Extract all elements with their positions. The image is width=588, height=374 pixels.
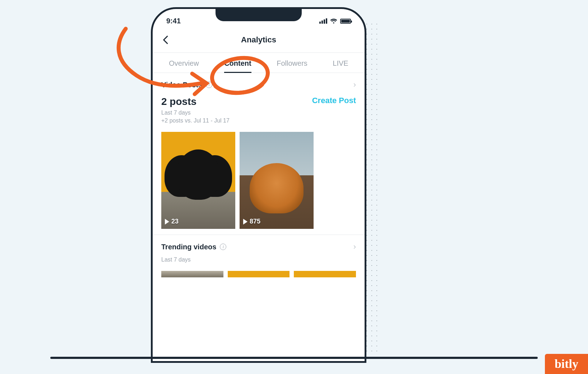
video-thumbnail[interactable]: 23 <box>161 132 235 229</box>
play-icon <box>165 219 169 225</box>
section-title: Video Posts <box>161 81 202 89</box>
range-label: Last 7 days <box>161 110 230 116</box>
trending-section: Trending videos i › Last 7 days <box>153 235 365 266</box>
wifi-icon <box>330 18 337 24</box>
play-count-value: 875 <box>250 218 260 225</box>
play-count: 875 <box>243 218 260 225</box>
range-label: Last 7 days <box>161 257 356 263</box>
cellular-icon <box>319 18 327 24</box>
video-posts-section: Video Posts i › 2 posts Last 7 days +2 p… <box>153 73 365 235</box>
posts-count: 2 posts <box>161 96 230 107</box>
info-icon[interactable]: i <box>220 244 226 250</box>
play-count: 23 <box>165 218 179 225</box>
play-icon <box>243 219 247 225</box>
back-button[interactable] <box>161 34 171 45</box>
status-icons <box>319 18 351 24</box>
section-title: Trending videos <box>161 243 216 251</box>
create-post-button[interactable]: Create Post <box>312 96 356 105</box>
video-thumbnails: 23 875 <box>161 132 356 229</box>
video-thumbnail[interactable] <box>161 271 223 277</box>
tab-live[interactable]: LIVE <box>330 53 351 73</box>
status-time: 9:41 <box>166 17 181 25</box>
section-header-trending[interactable]: Trending videos i › <box>161 242 356 251</box>
video-thumbnail[interactable] <box>228 271 290 277</box>
trending-thumbnails-peek <box>153 271 365 277</box>
tab-overview[interactable]: Overview <box>166 53 202 73</box>
delta-label: +2 posts vs. Jul 11 - Jul 17 <box>161 117 230 124</box>
phone-notch <box>216 9 302 21</box>
info-icon[interactable]: i <box>206 82 212 88</box>
chevron-right-icon: › <box>353 80 356 89</box>
video-thumbnail[interactable] <box>294 271 356 277</box>
battery-icon <box>340 19 351 24</box>
play-count-value: 23 <box>171 218 179 225</box>
section-header-video-posts[interactable]: Video Posts i › <box>161 80 356 89</box>
bitly-logo: bitly <box>545 354 588 374</box>
nav-bar: Analytics <box>153 29 365 53</box>
chevron-left-icon <box>161 34 171 45</box>
page-title: Analytics <box>241 35 276 45</box>
chevron-right-icon: › <box>353 242 356 251</box>
phone-frame: 9:41 Analytics Overview Content Follower… <box>151 7 366 363</box>
ground-line <box>50 357 538 359</box>
tabs: Overview Content Followers LIVE <box>153 53 365 73</box>
video-thumbnail[interactable]: 875 <box>240 132 314 229</box>
tab-followers[interactable]: Followers <box>274 53 310 73</box>
tab-content[interactable]: Content <box>221 53 254 73</box>
